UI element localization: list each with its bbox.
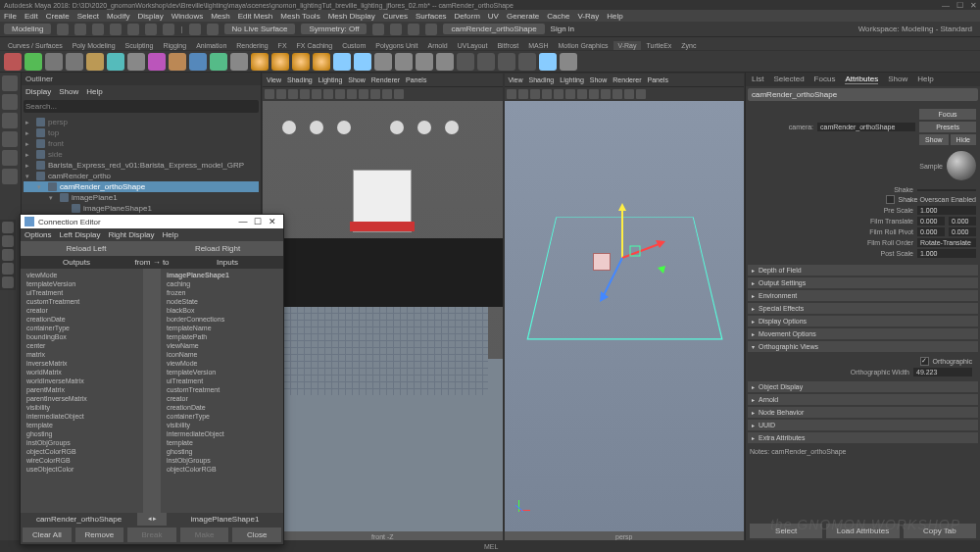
- vp-icon[interactable]: [323, 89, 333, 99]
- conn-attr-item[interactable]: frozen: [163, 288, 281, 297]
- light-icon[interactable]: [271, 53, 289, 71]
- shelf-tab[interactable]: Sculpting: [122, 41, 158, 50]
- conn-attr-item[interactable]: containerType: [23, 324, 141, 332]
- conn-attr-item[interactable]: instObjGroups: [23, 438, 141, 447]
- vp-icon[interactable]: [300, 89, 310, 99]
- vp-icon[interactable]: [518, 89, 528, 99]
- vp-menu-view[interactable]: View: [509, 76, 523, 83]
- film-roll-pivot-y[interactable]: 0.000: [949, 227, 976, 236]
- prescale-field[interactable]: 1.000: [917, 206, 976, 215]
- shelf-button[interactable]: [518, 53, 536, 71]
- orthographic-checkbox[interactable]: [920, 357, 929, 366]
- menu-surfaces[interactable]: Surfaces: [416, 12, 447, 21]
- conn-attr-item[interactable]: creationDate: [163, 403, 281, 412]
- minimize-button[interactable]: —: [939, 1, 953, 10]
- attr-section[interactable]: ▸Node Behavior: [748, 407, 978, 418]
- conn-attr-item[interactable]: ghosting: [163, 447, 281, 456]
- shelf-button[interactable]: [45, 53, 63, 71]
- close-button[interactable]: ✕: [966, 1, 980, 10]
- menu-cache[interactable]: Cache: [547, 12, 569, 21]
- attr-tab[interactable]: List: [752, 75, 763, 84]
- shelf-icon[interactable]: [110, 24, 122, 35]
- conn-attr-item[interactable]: intermediateObject: [163, 429, 281, 438]
- conn-attr-item[interactable]: template: [163, 438, 281, 447]
- attr-section-ortho[interactable]: ▾Orthographic Views: [748, 341, 978, 352]
- shelf-tab[interactable]: FX: [274, 41, 291, 50]
- mode-dropdown[interactable]: Modeling: [4, 24, 51, 34]
- conn-attr-item[interactable]: uiTreatment: [23, 288, 141, 297]
- vp-icon[interactable]: [507, 89, 516, 99]
- conn-attr-item[interactable]: visibility: [23, 403, 141, 412]
- vp-menu-view[interactable]: View: [267, 76, 281, 83]
- menu-edit-mesh[interactable]: Edit Mesh: [238, 12, 273, 21]
- conn-attr-item[interactable]: containerType: [163, 412, 281, 421]
- shake-field[interactable]: [917, 189, 976, 191]
- remove-button[interactable]: Remove: [75, 527, 124, 542]
- conn-attr-item[interactable]: worldMatrix: [23, 368, 141, 376]
- menu-generate[interactable]: Generate: [507, 12, 539, 21]
- conn-attr-item[interactable]: nodeState: [163, 297, 281, 306]
- conn-attr-item[interactable]: viewMode: [23, 271, 141, 279]
- conn-attr-item[interactable]: customTreatment: [163, 385, 281, 394]
- shelf-tab[interactable]: Curves / Surfaces: [4, 41, 67, 50]
- vp-menu-renderer[interactable]: Renderer: [371, 76, 400, 83]
- shelf-button[interactable]: [374, 53, 392, 71]
- vp-icon[interactable]: [554, 89, 564, 99]
- select-tool-icon[interactable]: [2, 75, 18, 91]
- conn-minimize[interactable]: —: [236, 217, 250, 226]
- shelf-tab[interactable]: Motion Graphics: [554, 41, 612, 50]
- shelf-tab[interactable]: FX Caching: [293, 41, 337, 50]
- menu-create[interactable]: Create: [46, 12, 70, 21]
- shelf-button[interactable]: [560, 53, 577, 71]
- attr-section[interactable]: ▸Special Effects: [748, 303, 978, 314]
- vp-icon[interactable]: [542, 89, 552, 99]
- conn-attr-item[interactable]: intermediateObject: [23, 412, 141, 421]
- outliner-item[interactable]: ▾imagePlane1: [24, 192, 259, 203]
- conn-attr-item[interactable]: useObjectColor: [23, 465, 141, 474]
- shelf-tab[interactable]: UVLayout: [454, 41, 492, 50]
- conn-close[interactable]: ✕: [266, 217, 279, 226]
- conn-attr-item[interactable]: creationDate: [23, 315, 141, 324]
- menu-display[interactable]: Display: [138, 12, 164, 21]
- shelf-button[interactable]: [4, 53, 22, 71]
- postscale-field[interactable]: 1.000: [917, 249, 976, 258]
- shelf-tab[interactable]: MASH: [524, 41, 552, 50]
- outliner-item[interactable]: ▾camRender_ortho: [24, 171, 259, 181]
- attr-section[interactable]: ▸Environment: [748, 290, 978, 301]
- vp-icon[interactable]: [636, 89, 646, 99]
- conn-attr-item[interactable]: center: [23, 341, 141, 350]
- film-roll-pivot-x[interactable]: 0.000: [917, 227, 945, 236]
- conn-attr-item[interactable]: viewMode: [163, 359, 281, 368]
- vp-icon[interactable]: [335, 89, 345, 99]
- attr-tab[interactable]: Show: [888, 75, 907, 84]
- vp-icon[interactable]: [382, 89, 392, 99]
- break-button[interactable]: Break: [127, 527, 176, 542]
- outliner-item[interactable]: ▸top: [24, 127, 259, 138]
- vp-icon[interactable]: [589, 89, 599, 99]
- menu-modify[interactable]: Modify: [107, 12, 130, 21]
- menu-edit[interactable]: Edit: [24, 12, 38, 21]
- conn-attr-item[interactable]: ghosting: [23, 429, 141, 438]
- menu-windows[interactable]: Windows: [172, 12, 203, 21]
- vp-menu-shading[interactable]: Shading: [529, 76, 555, 83]
- shelf-button[interactable]: [539, 53, 557, 71]
- show-button[interactable]: Show: [919, 134, 949, 145]
- vp-menu-panels[interactable]: Panels: [406, 76, 426, 83]
- shelf-button[interactable]: [24, 53, 42, 71]
- layout-icon[interactable]: [2, 249, 14, 261]
- last-tool-icon[interactable]: [2, 169, 18, 184]
- vp-icon[interactable]: [276, 89, 286, 99]
- vp-icon[interactable]: [370, 89, 380, 99]
- shelf-button[interactable]: [148, 53, 166, 71]
- shelf-button[interactable]: [477, 53, 495, 71]
- shelf-button[interactable]: [395, 53, 413, 71]
- conn-attr-item[interactable]: templateName: [163, 324, 281, 332]
- conn-attr-item[interactable]: instObjGroups: [163, 456, 281, 465]
- shelf-button[interactable]: [169, 53, 186, 71]
- menu-file[interactable]: File: [4, 12, 17, 21]
- outliner-menu-display[interactable]: Display: [25, 87, 51, 96]
- attr-section[interactable]: ▸Depth of Field: [748, 265, 978, 276]
- light-icon[interactable]: [251, 53, 269, 71]
- shelf-button[interactable]: [416, 53, 433, 71]
- shelf-icon[interactable]: [127, 24, 139, 35]
